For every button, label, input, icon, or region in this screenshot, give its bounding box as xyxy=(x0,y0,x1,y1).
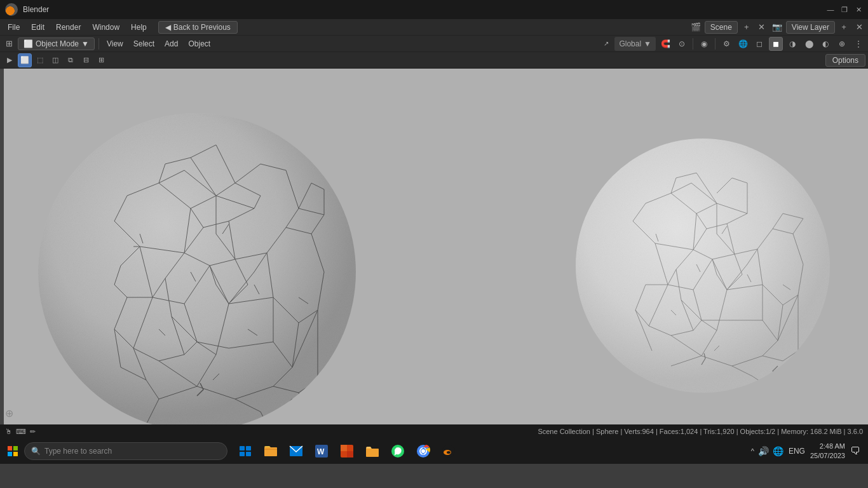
svg-text:W: W xyxy=(317,447,325,456)
svg-rect-20 xyxy=(347,451,353,458)
viewport-icon-4[interactable]: ⧉ xyxy=(64,53,78,67)
sidebar-left-handle[interactable] xyxy=(0,69,4,424)
mode-selector[interactable]: ⬜ Object Mode ▼ xyxy=(18,37,95,50)
network-icon[interactable]: 🌐 xyxy=(773,446,783,456)
viewport-icon-1[interactable]: ⬜ xyxy=(18,53,32,67)
svg-rect-21 xyxy=(366,449,379,457)
tray-expand-icon[interactable]: ^ xyxy=(751,447,754,455)
task-view-button[interactable] xyxy=(234,440,257,463)
play-button[interactable]: ▶ xyxy=(3,53,17,67)
folder-app[interactable] xyxy=(361,440,384,463)
status-text: Scene Collection | Sphere | Verts:964 | … xyxy=(538,428,863,435)
viewport-overlays-button[interactable]: ◐ xyxy=(818,37,832,51)
svg-rect-13 xyxy=(246,452,251,456)
material-preview-icon[interactable]: ◑ xyxy=(785,37,799,51)
back-button-label: Back to Previous xyxy=(173,23,231,32)
search-box[interactable]: 🔍 Type here to search xyxy=(24,442,227,460)
status-icons: 🖱 ⌨ ✏ xyxy=(5,428,36,436)
svg-point-5 xyxy=(576,139,830,393)
snap-icon[interactable]: 🧲 xyxy=(658,37,672,51)
search-icon: 🔍 xyxy=(31,447,41,456)
chrome-app[interactable] xyxy=(412,440,435,463)
language-indicator[interactable]: ENG xyxy=(789,447,805,456)
speaker-icon[interactable]: 🔊 xyxy=(758,446,769,456)
separator3 xyxy=(715,38,715,50)
global-label: Global xyxy=(619,39,641,48)
view-layer-selector[interactable]: View Layer xyxy=(786,21,835,34)
view-layer-label: View Layer xyxy=(792,23,829,32)
toolbar-view[interactable]: View xyxy=(103,38,127,50)
menu-window[interactable]: Window xyxy=(87,22,125,33)
menu-file[interactable]: File xyxy=(3,22,25,33)
rendered-preview-icon[interactable]: ⬤ xyxy=(802,37,816,51)
mouse-icon: 🖱 xyxy=(5,428,12,435)
separator xyxy=(98,38,99,50)
sphere-left xyxy=(32,107,362,424)
mail-app[interactable] xyxy=(285,440,308,463)
blender-logo-icon xyxy=(5,3,18,16)
proportional-edit-icon[interactable]: ⊙ xyxy=(675,37,689,51)
notification-icon[interactable]: 🗨 xyxy=(850,445,860,457)
sphere-right xyxy=(569,132,836,399)
viewport-icon-3[interactable]: ◫ xyxy=(48,53,62,67)
svg-point-2 xyxy=(38,113,356,424)
add-view-layer-button[interactable]: + xyxy=(837,21,850,34)
close-scene-button[interactable]: ✕ xyxy=(756,21,768,34)
svg-rect-8 xyxy=(8,452,12,456)
back-to-previous-button[interactable]: ◀ Back to Previous xyxy=(158,21,238,34)
pen-icon: ✏ xyxy=(30,428,36,436)
add-scene-button[interactable]: + xyxy=(740,21,753,34)
svg-rect-10 xyxy=(240,446,245,451)
viewport-shading-group: ◉ xyxy=(697,37,711,51)
dropdown-icon: ▼ xyxy=(644,39,651,48)
dropdown-icon: ▼ xyxy=(81,39,89,48)
svg-rect-6 xyxy=(8,446,12,451)
toolbar-object[interactable]: Object xyxy=(184,38,214,50)
clock-time: 2:48 AM xyxy=(820,442,845,451)
viewport-icon-2[interactable]: ⬚ xyxy=(33,53,47,67)
menu-help[interactable]: Help xyxy=(126,22,152,33)
solid-shading-icon[interactable]: ◼ xyxy=(769,37,783,51)
start-button[interactable] xyxy=(3,441,23,461)
svg-point-30 xyxy=(447,451,451,454)
svg-rect-11 xyxy=(246,446,251,451)
clock-date: 25/07/2023 xyxy=(810,451,845,461)
system-clock[interactable]: 2:48 AM 25/07/2023 xyxy=(810,442,845,461)
gizmo-button[interactable]: ⊕ xyxy=(835,37,849,51)
global-transform-selector[interactable]: Global ▼ xyxy=(614,37,656,51)
icon-strip: ▶ ⬜ ⬚ ◫ ⧉ ⊟ ⊞ Options xyxy=(0,52,868,69)
shading-mode-button[interactable]: ◉ xyxy=(697,37,711,51)
maximize-button[interactable]: ❐ xyxy=(840,5,849,14)
paint-app[interactable] xyxy=(336,440,358,463)
object-properties-icon[interactable]: ⚙ xyxy=(719,37,733,51)
blender-app[interactable] xyxy=(437,440,460,463)
viewport-icon-5[interactable]: ⊟ xyxy=(79,53,93,67)
close-button[interactable]: ✕ xyxy=(854,5,863,14)
menu-render[interactable]: Render xyxy=(51,22,86,33)
scene-data-icon[interactable]: 🎬 xyxy=(689,21,702,34)
minimize-button[interactable]: — xyxy=(826,5,835,14)
toolbar-add[interactable]: Add xyxy=(161,38,182,50)
viewport[interactable]: ⊕ xyxy=(0,69,868,424)
svg-point-26 xyxy=(421,449,425,453)
more-options-icon[interactable]: ⋮ xyxy=(851,37,865,51)
separator2 xyxy=(693,38,693,50)
viewport-icon-6[interactable]: ⊞ xyxy=(94,53,108,67)
options-button[interactable]: Options xyxy=(825,54,865,67)
whatsapp-app[interactable] xyxy=(386,440,409,463)
scene-name: Scene xyxy=(710,23,732,32)
header-right: 🎬 Scene + ✕ 📷 View Layer + ✕ xyxy=(689,21,865,34)
system-tray: ^ 🔊 🌐 xyxy=(751,446,783,456)
close-view-layer-button[interactable]: ✕ xyxy=(853,21,865,34)
toolbar-select[interactable]: Select xyxy=(130,38,158,50)
scene-selector[interactable]: Scene xyxy=(705,21,738,34)
menu-edit[interactable]: Edit xyxy=(26,22,50,33)
render-layers-icon[interactable]: 📷 xyxy=(771,21,783,34)
wireframe-icon[interactable]: ◻ xyxy=(752,37,766,51)
scene-properties-icon[interactable]: 🌐 xyxy=(736,37,750,51)
editor-type-icon[interactable]: ⊞ xyxy=(3,37,15,50)
svg-rect-14 xyxy=(264,447,277,456)
file-explorer-app[interactable] xyxy=(259,440,282,463)
word-app[interactable]: W xyxy=(310,440,333,463)
back-arrow-icon: ◀ xyxy=(165,23,171,32)
